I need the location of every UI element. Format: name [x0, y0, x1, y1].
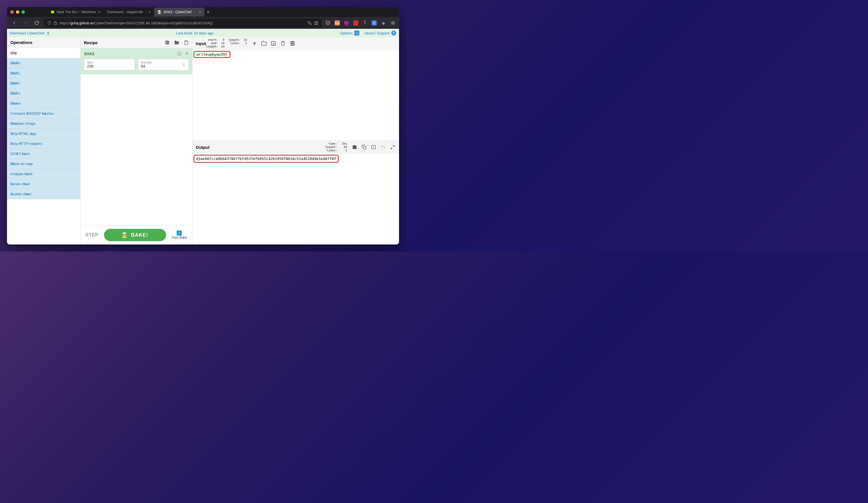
output-section: Output time: 2ms length: 64 lines: 1 d1e…	[193, 141, 399, 245]
ext-wappalyzer-icon[interactable]: ◈	[381, 20, 386, 26]
clear-recipe-icon[interactable]	[184, 40, 189, 45]
browser-window: Hack The Box :: Machines × Dashboard - s…	[7, 7, 399, 245]
operation-item[interactable]: SHA1	[7, 68, 80, 78]
tab-htb[interactable]: Hack The Box :: Machines ×	[47, 8, 104, 17]
operation-item[interactable]: Strip HTML tags	[7, 129, 80, 139]
bookmark-star-icon[interactable]	[314, 21, 319, 25]
tab-label: Hack The Box :: Machines	[57, 10, 96, 14]
operation-item[interactable]: SHA0	[7, 58, 80, 68]
ext-burp-icon[interactable]: Burp	[335, 20, 340, 25]
input-textarea[interactable]: writeupbyqu35t	[193, 50, 399, 141]
step-button[interactable]: STEP	[85, 233, 99, 237]
maximize-output-icon[interactable]	[390, 145, 396, 150]
tab-snippet[interactable]: Dashboard - snippet.htb ×	[104, 8, 154, 17]
operation-item[interactable]: Sharpen Image	[7, 119, 80, 129]
open-folder-icon[interactable]	[261, 41, 267, 46]
svg-line-8	[178, 52, 180, 55]
pocket-icon[interactable]	[325, 20, 331, 26]
ext-t-icon[interactable]: T	[362, 20, 368, 26]
translate-icon[interactable]	[307, 21, 312, 25]
tab-label: SHA2 - CyberChef	[164, 10, 191, 14]
pause-op-icon[interactable]	[185, 51, 189, 56]
close-window-button[interactable]	[10, 10, 14, 14]
clear-input-icon[interactable]	[280, 41, 286, 46]
recipe-op-sha2[interactable]: SHA2 Size 256 Rou	[81, 48, 192, 74]
svg-marker-2	[314, 21, 318, 24]
browser-toolbar: https://gchq.github.io/CyberChef/#recipe…	[7, 17, 399, 29]
autobake-toggle[interactable]: ✓ Auto Bake	[172, 230, 187, 239]
operations-panel: Operations SHA0SHA1SHA2SHA3ShakeCompare …	[7, 37, 81, 245]
operation-item[interactable]: Show on map	[7, 159, 80, 169]
load-recipe-icon[interactable]	[174, 40, 179, 45]
input-section: Input start: 0 end: 14 length: 14 length…	[193, 37, 399, 141]
operations-title: Operations	[7, 37, 80, 48]
htb-favicon-icon	[51, 10, 54, 14]
url-bar[interactable]: https://gchq.github.io/CyberChef/#recipe…	[44, 19, 322, 28]
replace-input-icon[interactable]	[371, 145, 377, 150]
svg-rect-14	[291, 41, 295, 42]
stepper-buttons[interactable]: ▲▼	[183, 63, 187, 66]
tab-cyberchef[interactable]: 👨‍🍳 SHA2 - CyberChef ×	[154, 8, 204, 17]
chef-icon: 👨‍🍳	[122, 232, 128, 238]
about-link[interactable]: About / Support ?	[364, 31, 396, 35]
bake-button[interactable]: 👨‍🍳 BAKE!	[104, 229, 166, 241]
output-textarea[interactable]: d1ee96fcce0bb43786f7bfd537efb955c42b1959…	[193, 154, 399, 245]
hamburger-menu-icon[interactable]	[390, 20, 396, 26]
back-button[interactable]	[10, 19, 18, 27]
operation-item[interactable]: Compare SSDEEP hashes	[7, 109, 80, 119]
search-input[interactable]	[7, 48, 80, 58]
rounds-input[interactable]: Rounds 64 ▲▼	[138, 59, 189, 71]
output-header: Output time: 2ms length: 64 lines: 1	[193, 141, 399, 154]
recipe-panel: Recipe SHA2	[81, 37, 193, 245]
last-build-text: Last build: 24 days ago	[50, 31, 340, 35]
output-stats: time: 2ms length: 64 lines: 1	[325, 142, 347, 152]
operation-item[interactable]: SHA3	[7, 89, 80, 99]
input-tabs-icon[interactable]	[289, 41, 296, 46]
minimize-window-button[interactable]	[16, 10, 19, 14]
toolbar-extensions: Burp 😈 T 文 ◈	[325, 20, 396, 26]
svg-rect-15	[291, 43, 295, 44]
open-file-icon[interactable]	[270, 41, 277, 46]
size-select[interactable]: Size 256	[84, 59, 135, 71]
undo-icon[interactable]	[380, 145, 386, 150]
new-tab-button[interactable]: +	[207, 9, 210, 15]
output-title: Output	[196, 145, 209, 150]
operation-item[interactable]: Series chart	[7, 179, 80, 189]
add-input-icon[interactable]	[251, 41, 258, 46]
io-panel: Input start: 0 end: 14 length: 14 length…	[193, 37, 399, 245]
disable-op-icon[interactable]	[177, 51, 182, 56]
close-tab-icon[interactable]: ×	[98, 10, 100, 14]
copy-output-icon[interactable]	[361, 145, 367, 150]
ext-red-icon[interactable]	[353, 20, 358, 25]
recipe-header: Recipe	[81, 37, 192, 48]
operation-item[interactable]: SHA2	[7, 78, 80, 89]
download-link[interactable]: Download CyberChef	[10, 31, 50, 35]
recipe-title: Recipe	[84, 40, 97, 45]
lock-icon	[53, 21, 57, 25]
help-icon: ?	[391, 31, 396, 35]
input-title: Input	[196, 41, 206, 46]
ext-hack-icon[interactable]: 😈	[344, 20, 349, 26]
operation-item[interactable]: Scatter chart	[7, 189, 80, 199]
options-link[interactable]: Options	[340, 31, 359, 35]
output-value-highlight: d1ee96fcce0bb43786f7bfd537efb955c42b1959…	[194, 155, 339, 163]
reload-button[interactable]	[33, 19, 41, 27]
operation-item[interactable]: GOST hash	[7, 149, 80, 159]
operation-item[interactable]: Analyse hash	[7, 169, 80, 179]
close-tab-icon[interactable]: ×	[148, 10, 151, 14]
chef-favicon-icon: 👨‍🍳	[157, 10, 161, 14]
forward-button[interactable]	[22, 19, 29, 27]
tab-bar: Hack The Box :: Machines × Dashboard - s…	[47, 8, 210, 17]
operation-item[interactable]: Strip HTTP headers	[7, 139, 80, 149]
operation-item[interactable]: Shake	[7, 99, 80, 109]
save-output-icon[interactable]	[352, 145, 358, 150]
shield-icon	[47, 21, 51, 25]
operations-list: SHA0SHA1SHA2SHA3ShakeCompare SSDEEP hash…	[7, 58, 80, 245]
maximize-window-button[interactable]	[22, 10, 25, 14]
close-tab-icon[interactable]: ×	[199, 10, 201, 14]
save-recipe-icon[interactable]	[165, 40, 170, 45]
gear-icon	[354, 31, 359, 35]
svg-marker-0	[51, 10, 54, 14]
svg-rect-10	[187, 52, 188, 54]
ext-translate-icon[interactable]: 文	[372, 20, 377, 25]
